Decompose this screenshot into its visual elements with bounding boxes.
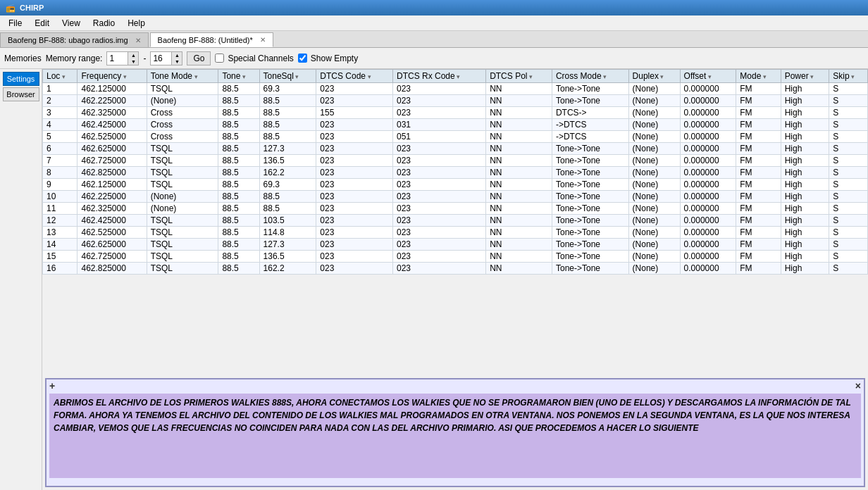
table-row[interactable]: 1462.125000TSQL88.569.3023023NNTone->Ton… [43, 83, 868, 95]
table-cell-r0-c4: 69.3 [259, 83, 316, 95]
table-cell-r4-c12: High [781, 131, 829, 143]
col-header-tonesql[interactable]: ToneSql [259, 70, 316, 83]
table-row[interactable]: 4462.425000Cross88.588.5023031NN->DTCS(N… [43, 119, 868, 131]
menu-item-radio[interactable]: Radio [87, 18, 120, 29]
menu-item-help[interactable]: Help [122, 18, 151, 29]
table-cell-r4-c9: (None) [628, 131, 680, 143]
col-header-dtcs-rx-code[interactable]: DTCS Rx Code [392, 70, 485, 83]
table-cell-r12-c2: TSQL [147, 227, 218, 239]
table-cell-r10-c8: Tone->Tone [552, 203, 628, 215]
show-empty-checkbox[interactable] [298, 54, 307, 63]
table-cell-r1-c9: (None) [628, 95, 680, 107]
menu-item-edit[interactable]: Edit [29, 18, 55, 29]
table-row[interactable]: 8462.825000TSQL88.5162.2023023NNTone->To… [43, 167, 868, 179]
range-to-spinner[interactable]: ▲ ▼ [150, 51, 182, 65]
table-row[interactable]: 2462.225000(None)88.588.5023023NNTone->T… [43, 95, 868, 107]
table-cell-r3-c6: 031 [392, 119, 485, 131]
bottom-panel-header: + × [46, 379, 864, 392]
table-row[interactable]: 14462.625000TSQL88.5127.3023023NNTone->T… [43, 239, 868, 251]
range-from-down[interactable]: ▼ [128, 58, 138, 65]
table-row[interactable]: 15462.725000TSQL88.5136.5023023NNTone->T… [43, 251, 868, 263]
col-header-frequency[interactable]: Frequency [78, 70, 147, 83]
table-cell-r2-c6: 023 [392, 107, 485, 119]
table-cell-r10-c2: (None) [147, 203, 218, 215]
col-header-mode[interactable]: Mode [736, 70, 781, 83]
table-cell-r3-c3: 88.5 [218, 119, 259, 131]
special-channels-check-label[interactable]: Special Channels [215, 54, 293, 63]
go-button[interactable]: Go [187, 51, 211, 65]
special-channels-checkbox[interactable] [215, 54, 224, 63]
table-cell-r2-c1: 462.325000 [78, 107, 147, 119]
sidebar-btn-settings[interactable]: Settings [3, 72, 39, 86]
table-row[interactable]: 7462.725000TSQL88.5136.5023023NNTone->To… [43, 155, 868, 167]
bottom-panel: + × ABRIMOS EL ARCHIVO DE LOS PRIMEROS W… [45, 378, 865, 487]
panel-close-button[interactable]: × [855, 380, 861, 391]
table-row[interactable]: 16462.825000TSQL88.5162.2023023NNTone->T… [43, 263, 868, 275]
table-cell-r1-c4: 88.5 [259, 95, 316, 107]
col-header-offset[interactable]: Offset [680, 70, 736, 83]
table-cell-r8-c4: 69.3 [259, 179, 316, 191]
table-row[interactable]: 13462.525000TSQL88.5114.8023023NNTone->T… [43, 227, 868, 239]
table-cell-r1-c7: NN [486, 95, 552, 107]
table-cell-r2-c13: S [829, 107, 868, 119]
table-row[interactable]: 12462.425000TSQL88.5103.5023023NNTone->T… [43, 215, 868, 227]
col-header-power[interactable]: Power [781, 70, 829, 83]
panel-plus-button[interactable]: + [49, 380, 55, 391]
table-cell-r5-c9: (None) [628, 143, 680, 155]
table-row[interactable]: 3462.325000Cross88.588.5155023NNDTCS->(N… [43, 107, 868, 119]
table-row[interactable]: 10462.225000(None)88.588.5023023NNTone->… [43, 191, 868, 203]
table-cell-r12-c1: 462.525000 [78, 227, 147, 239]
table-cell-r0-c6: 023 [392, 83, 485, 95]
table-cell-r14-c9: (None) [628, 251, 680, 263]
tab-close-1[interactable]: ✕ [260, 36, 266, 44]
col-header-duplex[interactable]: Duplex [628, 70, 680, 83]
table-row[interactable]: 5462.525000Cross88.588.5023051NN->DTCS(N… [43, 131, 868, 143]
col-header-tone[interactable]: Tone [218, 70, 259, 83]
range-from-up[interactable]: ▲ [128, 52, 138, 58]
range-to-input[interactable] [150, 51, 171, 65]
table-cell-r14-c2: TSQL [147, 251, 218, 263]
table-cell-r2-c8: DTCS-> [552, 107, 628, 119]
table-cell-r8-c0: 9 [43, 179, 78, 191]
table-cell-r10-c4: 88.5 [259, 203, 316, 215]
table-cell-r4-c3: 88.5 [218, 131, 259, 143]
range-from-input[interactable] [106, 51, 128, 65]
table-cell-r7-c1: 462.825000 [78, 167, 147, 179]
table-cell-r6-c4: 136.5 [259, 155, 316, 167]
table-row[interactable]: 6462.625000TSQL88.5127.3023023NNTone->To… [43, 143, 868, 155]
menu-item-view[interactable]: View [56, 18, 86, 29]
table-row[interactable]: 9462.125000TSQL88.569.3023023NNTone->Ton… [43, 179, 868, 191]
col-header-dtcs-code[interactable]: DTCS Code [316, 70, 393, 83]
show-empty-label: Show Empty [311, 54, 358, 63]
menu-item-file[interactable]: File [3, 18, 27, 29]
range-to-down[interactable]: ▼ [172, 58, 182, 65]
table-cell-r6-c10: 0.000000 [680, 155, 736, 167]
tab-close-0[interactable]: ✕ [135, 37, 141, 44]
range-to-up[interactable]: ▲ [172, 52, 182, 58]
table-cell-r11-c4: 103.5 [259, 215, 316, 227]
table-cell-r1-c6: 023 [392, 95, 485, 107]
col-header-tone-mode[interactable]: Tone Mode [147, 70, 218, 83]
table-cell-r13-c5: 023 [316, 239, 393, 251]
table-cell-r10-c9: (None) [628, 203, 680, 215]
range-from-spinner[interactable]: ▲ ▼ [106, 51, 139, 65]
table-row[interactable]: 11462.325000(None)88.588.5023023NNTone->… [43, 203, 868, 215]
tab-0[interactable]: Baofeng BF-888: ubago radios.img✕ [0, 32, 149, 47]
table-cell-r7-c12: High [781, 167, 829, 179]
col-header-skip[interactable]: Skip [829, 70, 868, 83]
table-container[interactable]: LocFrequencyTone ModeToneToneSqlDTCS Cod… [42, 69, 868, 375]
col-header-cross-mode[interactable]: Cross Mode [552, 70, 628, 83]
tab-1[interactable]: Baofeng BF-888: (Untitled)*✕ [150, 32, 273, 47]
show-empty-check-label[interactable]: Show Empty [298, 54, 358, 63]
table-cell-r3-c8: ->DTCS [552, 119, 628, 131]
table-cell-r10-c11: FM [736, 203, 781, 215]
table-cell-r11-c8: Tone->Tone [552, 215, 628, 227]
col-header-dtcs-pol[interactable]: DTCS Pol [486, 70, 552, 83]
sidebar-btn-browser[interactable]: Browser [3, 87, 39, 101]
content-area: LocFrequencyTone ModeToneToneSqlDTCS Cod… [42, 69, 868, 490]
table-cell-r5-c1: 462.625000 [78, 143, 147, 155]
table-cell-r12-c11: FM [736, 227, 781, 239]
table-cell-r7-c0: 8 [43, 167, 78, 179]
col-header-loc[interactable]: Loc [43, 70, 78, 83]
table-cell-r13-c9: (None) [628, 239, 680, 251]
